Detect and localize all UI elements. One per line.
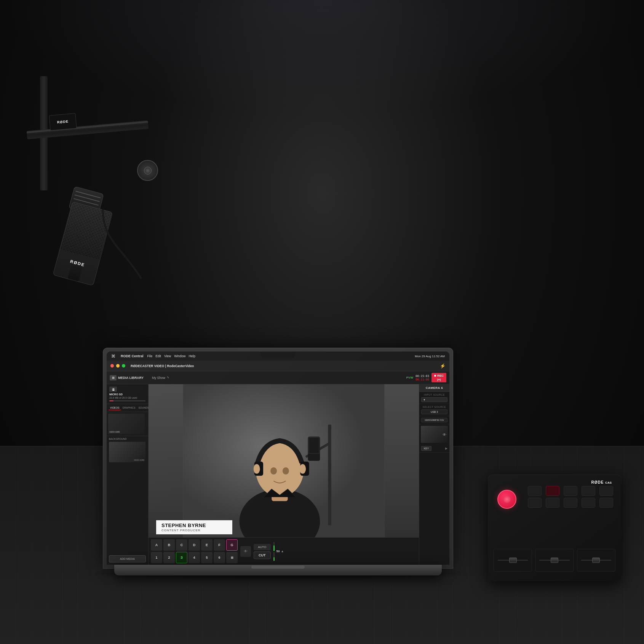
add-media-button[interactable]: ADD MEDIA: [109, 555, 146, 563]
device-fader-area: [494, 545, 615, 575]
apple-menu-icon[interactable]: ⌘: [111, 354, 115, 359]
laptop-lid: ⌘ RODE Central File Edit View Window Hel…: [103, 348, 453, 569]
tab-videos[interactable]: VIDEOS: [109, 406, 121, 410]
lightning-icon[interactable]: ⚡: [440, 363, 446, 369]
menubar-left: ⌘ RODE Central File Edit View Window Hel…: [111, 354, 195, 359]
storage-label: MICRO SD: [109, 393, 145, 396]
media-type-tabs: VIDEOS GRAPHICS SOUNDS: [107, 404, 148, 412]
cam-1[interactable]: 1: [151, 552, 162, 563]
cam-E[interactable]: E: [201, 539, 213, 551]
media-thumb-1[interactable]: 1920×1080: [108, 414, 145, 434]
menubar-app-name: RODE Central: [121, 354, 144, 358]
storage-used: 33.8 MB of 29.5 GB used: [109, 396, 145, 399]
cam-G-active[interactable]: G: [226, 539, 238, 551]
transition-buttons: AUTO CUT: [254, 544, 271, 559]
vol-meters: [273, 542, 275, 561]
menu-window[interactable]: Window: [174, 354, 185, 358]
cable-svg: [46, 209, 160, 286]
fader-thumb-2: [551, 558, 558, 563]
device-record-knob[interactable]: [497, 490, 516, 509]
cam-4[interactable]: 4: [189, 552, 200, 563]
monitor-icon[interactable]: 👁: [240, 546, 251, 557]
menu-file[interactable]: File: [147, 354, 153, 358]
input-source-dropdown[interactable]: ▼: [421, 397, 447, 402]
media-library-button[interactable]: ▦ MEDIA LIBRARY: [110, 375, 144, 380]
mic-cable: [46, 209, 160, 286]
traffic-light-close[interactable]: [110, 364, 114, 368]
laptop-notch: [261, 352, 295, 358]
timer-1: 00:15:03: [415, 374, 429, 378]
key-row: KEY ▶: [421, 446, 447, 451]
cam-A[interactable]: A: [151, 539, 162, 551]
device-fader-2[interactable]: [535, 549, 574, 572]
device-knob-inner: [503, 495, 511, 503]
device-btn-5[interactable]: [599, 486, 613, 496]
cam-5[interactable]: 5: [201, 552, 213, 563]
rec-sub-label: (●): [437, 378, 441, 382]
device-btn-9[interactable]: [582, 498, 595, 508]
laptop-trackpad-notch: [251, 566, 305, 569]
window-titlebar: RØDECASTER VIDEO | RodeCasterVideo ⚡: [107, 361, 449, 371]
menu-view[interactable]: View: [164, 354, 171, 358]
device-btn-10[interactable]: [599, 498, 613, 508]
device-btn-8[interactable]: [564, 498, 577, 508]
storage-bar: [109, 400, 145, 401]
person-svg: [149, 384, 419, 537]
cam-D[interactable]: D: [189, 539, 200, 551]
video-preview: STEPHEN BYRNE CONTENT PRODUCER: [149, 384, 419, 565]
media-thumbnail-grid: 1920×1080: [107, 412, 148, 436]
device-brand: RØDE: [591, 480, 604, 484]
person-title: CONTENT PRODUCER: [161, 529, 227, 532]
tab-graphics[interactable]: GRAPHICS: [121, 406, 137, 410]
cam-B[interactable]: B: [163, 539, 175, 551]
traffic-light-minimize[interactable]: [116, 364, 120, 368]
volume-section: 50 ▲: [273, 542, 284, 561]
device-model: CAS: [605, 481, 612, 484]
camera-label: CAMERA 6: [419, 384, 449, 392]
rode-strap-text: RØDE: [57, 120, 69, 125]
device-btn-7[interactable]: [546, 498, 559, 508]
key-arrow-button[interactable]: ▶: [445, 447, 447, 450]
cam-2[interactable]: 2: [163, 552, 175, 563]
device-body: RØDE CAS: [488, 475, 621, 581]
bg-thumbnail[interactable]: 1920×1080: [109, 442, 145, 462]
menu-edit[interactable]: Edit: [155, 354, 161, 358]
vol-number: 50: [276, 550, 280, 553]
key-toggle-button[interactable]: KEY: [421, 446, 431, 451]
input-source-section: INPUT SOURCE ▼: [419, 392, 449, 404]
rec-dot: [434, 375, 436, 377]
media-thumb-dims: 1920×1080: [109, 431, 120, 433]
device-fader-3[interactable]: [577, 549, 615, 572]
device-btn-3[interactable]: [564, 486, 577, 496]
svg-point-9: [270, 467, 277, 475]
device-btn-2[interactable]: [546, 486, 559, 496]
svg-rect-13: [308, 437, 320, 461]
cam-6[interactable]: 6: [214, 552, 225, 563]
device-btn-1[interactable]: [528, 486, 542, 496]
device-fader-1[interactable]: [494, 549, 532, 572]
rec-button[interactable]: REC (●): [431, 373, 446, 382]
cam-row-bottom: 1 2 3 4 5 6 ⊞: [151, 552, 238, 563]
cam-3-active[interactable]: 3: [176, 552, 187, 563]
background-section: BACKGROUND 1920×1080: [107, 436, 148, 464]
shock-band-1: [75, 191, 101, 198]
cam-C[interactable]: C: [176, 539, 187, 551]
cut-button[interactable]: CUT: [254, 551, 271, 559]
vol-fill-l: [273, 545, 275, 551]
rec-icon-row: REC: [434, 374, 444, 378]
select-source-label: SELECT SOURCE: [421, 406, 447, 408]
cam-F[interactable]: F: [214, 539, 225, 551]
my-show-label: My Show: [152, 376, 165, 380]
device-btn-4[interactable]: [582, 486, 595, 496]
sidebar-media: 💾 MICRO SD 33.8 MB of 29.5 GB used VIDEO…: [107, 384, 149, 565]
menu-help[interactable]: Help: [189, 354, 195, 358]
preview-eye-icon[interactable]: 👁: [443, 432, 446, 436]
device-btn-6[interactable]: [528, 498, 542, 508]
rodecaster-device: RØDE CAS: [488, 475, 621, 581]
traffic-light-maximize[interactable]: [122, 364, 125, 368]
preview-area: STEPHEN BYRNE CONTENT PRODUCER: [149, 384, 419, 565]
vol-up-icon[interactable]: ▲: [281, 550, 284, 553]
cam-grid-icon[interactable]: ⊞: [226, 552, 238, 563]
my-show-button[interactable]: My Show ✎: [152, 376, 169, 380]
auto-button[interactable]: AUTO: [254, 544, 271, 550]
